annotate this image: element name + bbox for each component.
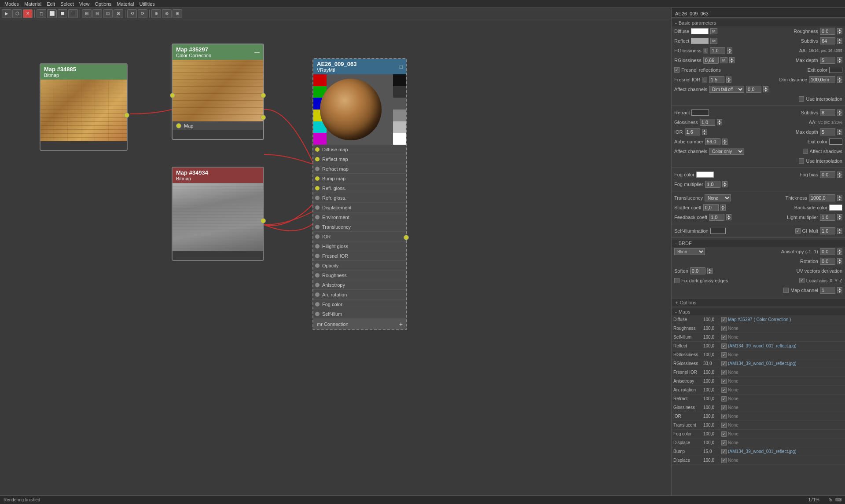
translucency-select[interactable]: None — [705, 194, 731, 201]
map-cb-11[interactable]: ✓ — [721, 414, 727, 419]
refract-exitcolor-swatch[interactable] — [829, 139, 842, 145]
map-cb-5[interactable]: ✓ — [721, 361, 727, 366]
node-bitmap1-preview[interactable] — [40, 80, 127, 141]
rotation-spinner[interactable]: ▲▼ — [837, 258, 842, 264]
slot-refract[interactable]: Refract map — [313, 164, 406, 174]
self-illum-swatch[interactable] — [710, 228, 726, 234]
toolbar-btn-2[interactable]: ⬡ — [12, 9, 22, 18]
fog-bias-input[interactable] — [820, 171, 835, 178]
toolbar-btn-9[interactable]: ⊡ — [103, 9, 113, 18]
subdivs-spinner[interactable]: ▲▼ — [837, 38, 842, 44]
map-cb-13[interactable]: ✓ — [721, 431, 727, 437]
mr-connection[interactable]: mr Connection + — [313, 319, 406, 329]
map-text-3[interactable]: (AM134_39_wood_001_reflect.jpg) — [728, 343, 843, 348]
slot-bump[interactable]: Bump map — [313, 174, 406, 183]
toolbar-btn-10[interactable]: ⊠ — [114, 9, 123, 18]
map-cb-10[interactable]: ✓ — [721, 405, 727, 410]
menu-utilities[interactable]: Utilities — [136, 1, 157, 7]
toolbar-btn-3[interactable]: ◻ — [37, 9, 46, 18]
hglossiness-input[interactable] — [710, 47, 725, 54]
slot-diffuse[interactable]: Diffuse map — [313, 145, 406, 154]
map-text-5[interactable]: (AM134_39_wood_001_reflect.jpg) — [728, 361, 843, 366]
fresnel-checkbox[interactable] — [674, 67, 680, 73]
toolbar-btn-7[interactable]: ⊞ — [82, 9, 92, 18]
node-colorcorr-output[interactable] — [261, 93, 266, 98]
maps-minus[interactable]: - — [675, 309, 677, 314]
refract-affect-select[interactable]: Color only Color+alpha All channels — [709, 148, 744, 155]
rglossiness-spinner[interactable]: ▲▼ — [729, 57, 735, 63]
slot-refr-gloss[interactable]: Refr. gloss. — [313, 193, 406, 203]
map-cb-14[interactable]: ✓ — [721, 440, 727, 446]
exitcolor-swatch[interactable] — [829, 67, 842, 73]
menu-edit[interactable]: Edit — [44, 1, 58, 7]
maxdepth-spinner[interactable]: ▲▼ — [837, 57, 842, 63]
subdivs-input[interactable] — [820, 37, 835, 44]
soften-input[interactable] — [690, 267, 705, 274]
toolbar-btn-12[interactable]: ⟳ — [138, 9, 147, 18]
ior-input[interactable] — [685, 128, 700, 135]
map-cb-4[interactable]: ✓ — [721, 352, 727, 358]
fog-color-swatch[interactable] — [696, 172, 714, 178]
map-cb-2[interactable]: ✓ — [721, 335, 727, 340]
diffuse-color[interactable] — [691, 28, 709, 34]
abbe-input[interactable] — [705, 138, 720, 145]
map-cb-3[interactable]: ✓ — [721, 343, 727, 349]
refract-color[interactable] — [691, 110, 709, 116]
anisotropy-input[interactable] — [820, 248, 835, 255]
mult-input[interactable] — [820, 227, 835, 234]
map-cb-9[interactable]: ✓ — [721, 396, 727, 402]
map-cb-8[interactable]: ✓ — [721, 387, 727, 393]
brdf-type-select[interactable]: Blinn Phong Ward — [674, 248, 705, 255]
mult-spinner[interactable]: ▲▼ — [837, 228, 842, 234]
node-colorcorr-output2[interactable] — [261, 115, 266, 120]
map-text-15[interactable]: (AM134_39_wood_001_reflect.jpg) — [728, 449, 843, 454]
subdivs-up[interactable]: ▲ — [837, 38, 842, 41]
map-cb-1[interactable]: ✓ — [721, 326, 727, 331]
light-mult-input[interactable] — [820, 214, 835, 221]
gi-checkbox[interactable] — [795, 228, 801, 234]
map-channel-cb[interactable] — [783, 288, 789, 293]
mr-connection-add[interactable]: + — [399, 321, 403, 328]
node-colorcorr-close[interactable]: — — [254, 49, 260, 55]
slot-displacement[interactable]: Displacement — [313, 203, 406, 212]
toolbar-btn-x[interactable]: ✕ — [23, 9, 33, 18]
toolbar-btn-8[interactable]: ⊟ — [92, 9, 102, 18]
ior-spinner[interactable]: ▲▼ — [702, 129, 707, 135]
map-cb-0[interactable]: ✓ — [721, 317, 727, 322]
toolbar-btn-11[interactable]: ⟲ — [127, 9, 137, 18]
node-colorcorr-map-dot[interactable] — [176, 123, 181, 128]
toolbar-btn-1[interactable]: ▶ — [2, 9, 11, 18]
refract-subdivs-spinner[interactable]: ▲▼ — [837, 110, 842, 116]
toolbar-btn-5[interactable]: 🔲 — [58, 9, 67, 18]
refract-maxdepth-spinner[interactable]: ▲▼ — [837, 129, 842, 135]
roughness-down[interactable]: ▼ — [837, 31, 842, 34]
slot-an-rotation[interactable]: An. rotation — [313, 290, 406, 299]
slot-self-illum[interactable]: Self-illum — [313, 309, 406, 319]
slot-ior[interactable]: IOR — [313, 232, 406, 241]
abbe-spinner[interactable]: ▲▼ — [722, 139, 727, 145]
slot-reflect[interactable]: Reflect map — [313, 154, 406, 164]
slot-anisotropy[interactable]: Anisotropy — [313, 280, 406, 290]
dim-distance-input[interactable] — [809, 76, 835, 83]
status-icon1[interactable]: 🖱 — [828, 497, 833, 502]
node-colorcorr-preview[interactable] — [173, 60, 263, 121]
dim-distance-spinner[interactable]: ▲▼ — [837, 77, 842, 83]
thickness-spinner[interactable]: ▲▼ — [837, 195, 842, 201]
toolbar-btn-14[interactable]: ⊗ — [162, 9, 172, 18]
local-axis-cb[interactable] — [799, 278, 805, 283]
light-mult-spinner[interactable]: ▲▼ — [837, 214, 842, 220]
maxdepth-input[interactable] — [820, 57, 835, 64]
map-text-0[interactable]: Map #35297 ( Color Correction ) — [728, 317, 843, 322]
fix-dark-cb[interactable] — [674, 278, 680, 283]
subdivs-down[interactable]: ▼ — [837, 41, 842, 44]
refract-maxdepth-input[interactable] — [820, 128, 835, 135]
basic-params-minus[interactable]: - — [675, 20, 677, 26]
use-interp-refract-cb[interactable] — [799, 158, 804, 164]
feedback-spinner[interactable]: ▲▼ — [726, 214, 731, 220]
node-vraymtl-output[interactable] — [404, 235, 409, 240]
hglossiness-spinner[interactable]: ▲▼ — [727, 47, 732, 54]
map-cb-16[interactable]: ✓ — [721, 458, 727, 463]
slot-refl-gloss[interactable]: Refl. gloss. — [313, 183, 406, 193]
node-bitmap2-output[interactable] — [261, 218, 266, 223]
menu-view[interactable]: View — [77, 1, 92, 7]
